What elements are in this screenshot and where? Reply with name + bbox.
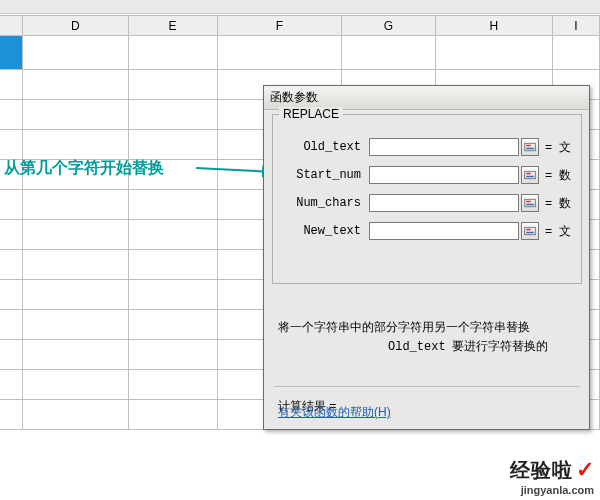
svg-rect-11 bbox=[526, 201, 531, 203]
divider bbox=[274, 386, 580, 387]
desc-param-text: 要进行字符替换的 bbox=[452, 339, 548, 353]
param-input-start_num[interactable] bbox=[369, 166, 519, 184]
check-icon: ✓ bbox=[576, 457, 594, 482]
param-row: Num_chars= 数 bbox=[273, 189, 581, 217]
svg-rect-12 bbox=[526, 204, 534, 206]
function-args-dialog: 函数参数 REPLACE Old_text= 文Start_num= 数Num_… bbox=[263, 85, 590, 430]
param-eq: = 数 bbox=[545, 167, 571, 184]
svg-rect-13 bbox=[525, 227, 536, 235]
svg-rect-9 bbox=[526, 176, 534, 178]
svg-rect-4 bbox=[525, 143, 536, 151]
param-label: Start_num bbox=[273, 168, 369, 182]
help-link[interactable]: 有关该函数的帮助(H) bbox=[278, 404, 391, 421]
range-picker-icon[interactable] bbox=[521, 194, 539, 212]
range-picker-icon[interactable] bbox=[521, 138, 539, 156]
svg-rect-5 bbox=[526, 145, 531, 147]
param-input-new_text[interactable] bbox=[369, 222, 519, 240]
formula-cell[interactable]: PLACE() bbox=[0, 70, 22, 100]
param-input-old_text[interactable] bbox=[369, 138, 519, 156]
param-row: New_text= 文 bbox=[273, 217, 581, 245]
dialog-groupbox: REPLACE Old_text= 文Start_num= 数Num_chars… bbox=[272, 114, 582, 284]
param-label: Old_text bbox=[273, 140, 369, 154]
param-row: Old_text= 文 bbox=[273, 133, 581, 161]
range-picker-icon[interactable] bbox=[521, 222, 539, 240]
group-label: REPLACE bbox=[279, 107, 343, 121]
param-eq: = 文 bbox=[545, 223, 571, 240]
param-label: New_text bbox=[273, 224, 369, 238]
param-eq: = 文 bbox=[545, 139, 571, 156]
param-label: Num_chars bbox=[273, 196, 369, 210]
range-picker-icon[interactable] bbox=[521, 166, 539, 184]
watermark-logo: 经验啦 ✓ jingyanla.com bbox=[510, 457, 594, 496]
svg-rect-8 bbox=[526, 173, 531, 175]
desc-line1: 将一个字符串中的部分字符用另一个字符串替换 bbox=[278, 320, 530, 334]
column-header[interactable]: F bbox=[217, 16, 341, 36]
svg-rect-10 bbox=[525, 199, 536, 207]
param-row: Start_num= 数 bbox=[273, 161, 581, 189]
column-header[interactable]: D bbox=[22, 16, 128, 36]
desc-param-label: Old_text bbox=[388, 340, 446, 354]
header-cell: 编号 bbox=[0, 36, 22, 70]
svg-rect-15 bbox=[526, 232, 534, 234]
svg-rect-7 bbox=[525, 171, 536, 179]
column-header[interactable]: E bbox=[128, 16, 217, 36]
column-header[interactable]: G bbox=[341, 16, 435, 36]
param-input-num_chars[interactable] bbox=[369, 194, 519, 212]
formula-bar-stub bbox=[0, 0, 600, 14]
column-header[interactable]: H bbox=[435, 16, 552, 36]
column-header[interactable]: I bbox=[553, 16, 600, 36]
svg-rect-6 bbox=[526, 148, 534, 150]
column-header[interactable]: C bbox=[0, 16, 22, 36]
param-eq: = 数 bbox=[545, 195, 571, 212]
dialog-description: 将一个字符串中的部分字符用另一个字符串替换 Old_text 要进行字符替换的 bbox=[278, 318, 578, 357]
svg-rect-14 bbox=[526, 229, 531, 231]
